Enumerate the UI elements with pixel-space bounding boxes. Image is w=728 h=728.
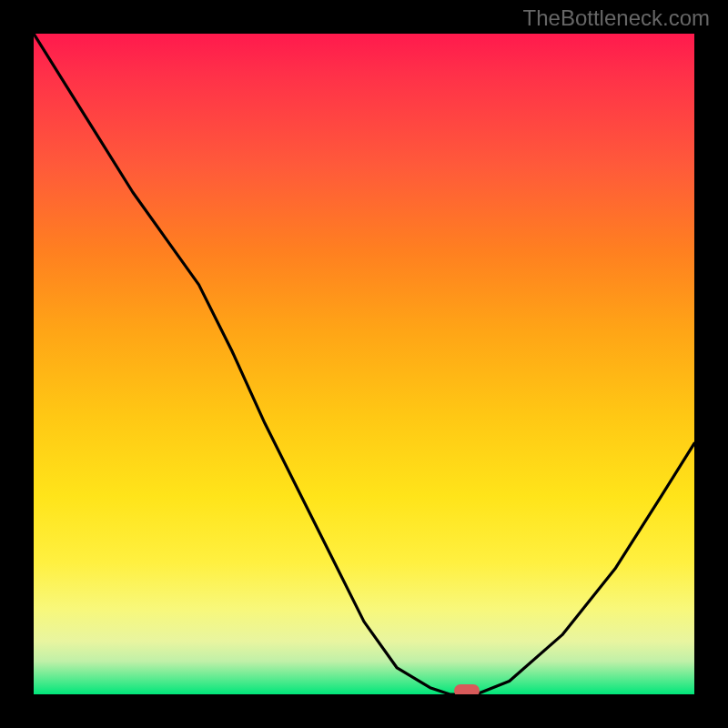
optimal-marker <box>454 684 480 694</box>
bottleneck-curve <box>34 34 694 694</box>
plot-area <box>34 34 694 694</box>
watermark-text: TheBottleneck.com <box>523 5 710 31</box>
curve-path <box>34 34 694 694</box>
